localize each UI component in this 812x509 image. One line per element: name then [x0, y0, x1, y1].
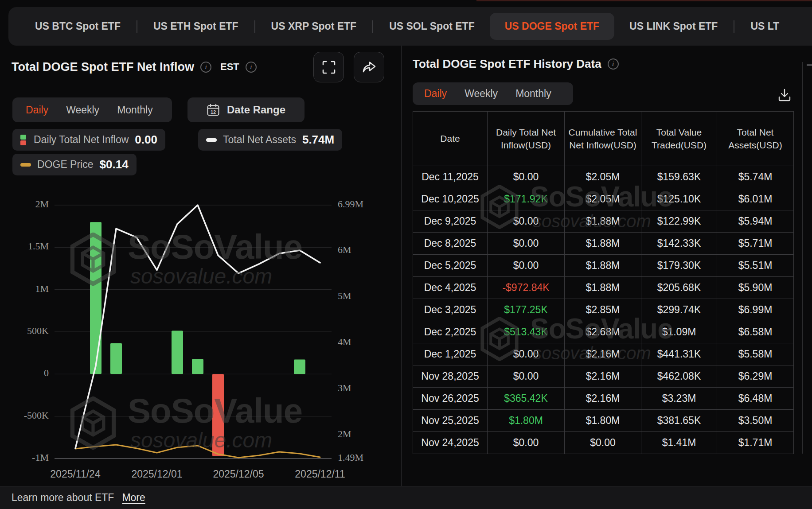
- x-axis-tick: 2025/11/24: [50, 468, 101, 480]
- table-cell: $381.65K: [641, 410, 717, 432]
- table-cell: Dec 1,2025: [413, 343, 488, 365]
- period-tab-weekly[interactable]: Weekly: [465, 88, 498, 100]
- legend-doge-price[interactable]: DOGE Price $0.14: [12, 154, 137, 175]
- footer-more-link[interactable]: More: [122, 492, 145, 504]
- table-cell: $0.00: [488, 210, 565, 233]
- column-header: Cumulative Total Net Inflow(USD): [565, 112, 641, 166]
- top-loading-strip: [476, 0, 812, 1]
- share-button[interactable]: [354, 52, 384, 82]
- inflow-legend-icon: [20, 135, 27, 145]
- title-info-icon[interactable]: i: [200, 62, 211, 73]
- net-assets-legend-icon: [206, 138, 217, 142]
- table-cell: $159.63K: [641, 166, 717, 188]
- right-panel-title: Total DOGE Spot ETF History Data: [413, 57, 601, 71]
- period-tab-daily[interactable]: Daily: [424, 88, 447, 100]
- svg-text:12: 12: [211, 109, 216, 115]
- period-tab-monthly[interactable]: Monthly: [515, 88, 551, 100]
- table-cell: $1.80M: [488, 410, 565, 432]
- history-info-icon[interactable]: i: [608, 58, 619, 70]
- table-cell: $0.00: [488, 166, 565, 188]
- table-cell: $0.00: [488, 432, 565, 454]
- table-cell: $6.99M: [717, 299, 794, 321]
- table-cell: $3.23M: [641, 388, 717, 410]
- date-range-button[interactable]: 12 Date Range: [187, 97, 304, 122]
- legend-label: Daily Total Net Inflow: [34, 134, 129, 146]
- est-info-icon[interactable]: i: [246, 62, 257, 73]
- table-cell: $6.01M: [717, 188, 794, 210]
- tab-separator: [137, 20, 137, 33]
- legend-total-net-assets[interactable]: Total Net Assets 5.74M: [198, 129, 342, 151]
- x-axis-tick: 2025/12/11: [295, 468, 345, 480]
- calendar-icon: 12: [207, 103, 220, 117]
- table-cell: $5.71M: [717, 233, 794, 255]
- tab-separator: [254, 20, 255, 33]
- table-cell: $5.94M: [717, 210, 794, 233]
- nav-tab-us-doge-spot-etf[interactable]: US DOGE Spot ETF: [490, 13, 614, 40]
- download-button[interactable]: [775, 85, 794, 105]
- fullscreen-button[interactable]: [313, 52, 344, 82]
- legend-value: $0.14: [100, 158, 129, 171]
- history-table: DateDaily Total Net Inflow(USD)Cumulativ…: [413, 111, 794, 454]
- table-cell: $1.88M: [565, 277, 641, 299]
- table-cell: $1.09M: [641, 321, 717, 343]
- left-panel-header: Total DOGE Spot ETF Net Inflow i EST i: [12, 52, 257, 82]
- table-cell: Dec 2,2025: [413, 321, 488, 343]
- nav-tab-us-eth-spot-etf[interactable]: US ETH Spot ETF: [138, 13, 254, 40]
- nav-tab-us-sol-spot-etf[interactable]: US SOL Spot ETF: [374, 13, 490, 40]
- left-axis-tick: 1M: [35, 283, 49, 294]
- table-cell: $2.85M: [565, 299, 641, 321]
- table-cell: Dec 3,2025: [413, 299, 488, 321]
- fullscreen-icon: [322, 61, 336, 74]
- legend-label: DOGE Price: [37, 159, 94, 171]
- nav-tab-us-btc-spot-etf[interactable]: US BTC Spot ETF: [20, 13, 136, 40]
- panel-divider: [401, 46, 402, 486]
- net-assets-line: [75, 205, 320, 448]
- column-header: Total Net Assets(USD): [717, 112, 794, 166]
- inflow-bar[interactable]: [172, 330, 183, 374]
- table-cell: $122.99K: [641, 210, 717, 233]
- net-inflow-chart[interactable]: 2M1.5M1M500K0-500K-1M6.99M6M5M4M3M2M1.49…: [0, 190, 401, 487]
- doge-price-legend-icon: [20, 163, 31, 167]
- table-row: Dec 9,2025$0.00$1.88M$122.99K$5.94M: [413, 210, 794, 233]
- table-header-row: DateDaily Total Net Inflow(USD)Cumulativ…: [413, 112, 794, 166]
- scrollbar-track[interactable]: [802, 62, 803, 454]
- doge-price-line: [75, 445, 320, 458]
- nav-tab-us-link-spot-etf[interactable]: US LINK Spot ETF: [614, 13, 733, 40]
- left-panel-title: Total DOGE Spot ETF Net Inflow: [12, 60, 194, 74]
- table-row: Dec 2,2025$513.43K$2.68M$1.09M$6.58M: [413, 321, 794, 343]
- table-cell: $177.25K: [488, 299, 565, 321]
- table-row: Nov 28,2025$0.00$2.16M$462.08K$6.29M: [413, 365, 794, 388]
- left-axis-tick: -1M: [32, 452, 49, 463]
- period-tab-weekly[interactable]: Weekly: [66, 104, 99, 116]
- table-cell: $0.00: [565, 432, 641, 454]
- right-axis-tick: 2M: [338, 428, 351, 439]
- period-tab-daily[interactable]: Daily: [26, 104, 48, 116]
- table-cell: $299.74K: [641, 299, 717, 321]
- footer-text: Learn more about ETF: [12, 492, 114, 504]
- table-row: Dec 1,2025$0.00$2.16M$441.31K$5.58M: [413, 343, 794, 365]
- x-axis-tick: 2025/12/01: [131, 468, 182, 480]
- tab-separator: [372, 20, 373, 33]
- inflow-bar[interactable]: [110, 343, 122, 374]
- table-cell: $142.33K: [641, 233, 717, 255]
- table-row: Dec 10,2025$171.92K$2.05M$125.10K$6.01M: [413, 188, 794, 210]
- column-header: Daily Total Net Inflow(USD): [488, 112, 565, 166]
- legend-daily-net-inflow[interactable]: Daily Total Net Inflow 0.00: [12, 129, 165, 151]
- right-axis-tick: 6M: [338, 244, 351, 255]
- inflow-bar[interactable]: [212, 374, 224, 456]
- table-row: Dec 4,2025-$972.84K$1.88M$205.68K$5.90M: [413, 277, 794, 299]
- inflow-bar[interactable]: [294, 360, 305, 374]
- table-cell: Nov 26,2025: [413, 388, 488, 410]
- table-cell: $441.31K: [641, 343, 717, 365]
- period-tab-monthly[interactable]: Monthly: [117, 104, 153, 116]
- right-period-toggle: DailyWeeklyMonthly: [413, 82, 573, 105]
- nav-tab-us-xrp-spot-etf[interactable]: US XRP Spot ETF: [256, 13, 372, 40]
- right-axis-tick: 1.49M: [338, 452, 363, 463]
- table-cell: $0.00: [488, 233, 565, 255]
- inflow-bar[interactable]: [90, 222, 102, 374]
- footer: Learn more about ETF More: [0, 486, 812, 509]
- nav-tab-us-lt[interactable]: US LT: [735, 13, 794, 40]
- inflow-bar[interactable]: [192, 359, 203, 374]
- table-row: Nov 26,2025$365.42K$2.16M$3.23M$6.48M: [413, 388, 794, 410]
- table-cell: $2.16M: [565, 343, 641, 365]
